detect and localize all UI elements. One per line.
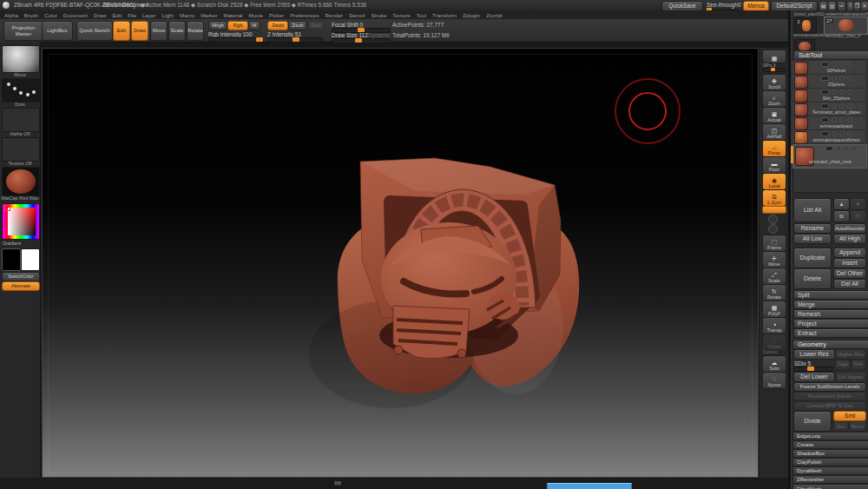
suv-toggle[interactable]: Suv xyxy=(833,421,849,432)
persp-button[interactable]: ⌓Persp xyxy=(762,140,786,157)
subtool-row[interactable]: terminatorspacwolfchest xyxy=(792,130,865,144)
sculpt-icon[interactable] xyxy=(839,89,845,95)
autoreorder-button[interactable]: AutoReorder xyxy=(833,223,866,234)
menu-material[interactable]: Material xyxy=(223,12,242,18)
subtool-up-button[interactable]: ▲ xyxy=(833,198,850,210)
sculpt-icon[interactable] xyxy=(839,131,845,136)
menu-picker[interactable]: Picker xyxy=(269,12,284,18)
aahalf-button[interactable]: ◫AAHalf xyxy=(762,123,786,141)
duplicate-button[interactable]: Duplicate xyxy=(793,248,832,268)
menu-stroke[interactable]: Stroke xyxy=(371,12,386,18)
z-intensity-slider-label[interactable]: Z Intensity 51 xyxy=(267,31,301,37)
del-higher-button[interactable]: Del Higher xyxy=(835,372,866,382)
paint-icon[interactable] xyxy=(832,117,837,122)
eye-toggle-icon[interactable] xyxy=(821,131,829,136)
paint-icon[interactable] xyxy=(832,89,837,95)
subtool-copy-button[interactable]: ⧉ xyxy=(833,210,850,222)
menu-texture[interactable]: Texture xyxy=(392,12,410,18)
sculpt-icon[interactable] xyxy=(839,76,845,81)
subtool-row[interactable]: ZSphere xyxy=(792,75,865,89)
eye-toggle-icon[interactable] xyxy=(821,76,829,81)
sym-axis-toggle[interactable] xyxy=(762,206,786,214)
scroll-button[interactable]: ✥Scroll xyxy=(762,74,786,91)
xpose-button[interactable]: ⁙Xpose xyxy=(762,372,786,389)
wrench-icon[interactable] xyxy=(852,146,857,151)
claypolish-section[interactable]: ClayPolish xyxy=(792,458,868,466)
menu-edit[interactable]: Edit xyxy=(112,12,122,18)
menu-color[interactable]: Color xyxy=(44,12,57,18)
menu-zplugin[interactable]: Zplugin xyxy=(463,12,480,18)
tray-divider-handle[interactable]: ▴▴▴▾▾▾ xyxy=(326,480,349,486)
all-high-button[interactable]: All High xyxy=(833,234,866,244)
cage-button[interactable]: Cage xyxy=(835,360,851,370)
divide-button[interactable]: Divide xyxy=(793,411,832,432)
eye-toggle-icon[interactable] xyxy=(825,146,833,151)
zadd-button[interactable]: Zadd xyxy=(267,21,288,30)
smt-toggle[interactable]: Smt xyxy=(833,411,866,421)
del-all-button[interactable]: Del All xyxy=(833,279,866,289)
subtool-row[interactable]: 00Helmet xyxy=(792,61,865,75)
scale-button[interactable]: Scale xyxy=(168,21,186,41)
draw-button[interactable]: Draw xyxy=(131,21,148,41)
rename-button[interactable]: Rename xyxy=(793,223,832,234)
zsub-button[interactable]: Zsub xyxy=(288,21,307,30)
quick-sketch-button[interactable]: Quick Sketch xyxy=(76,21,113,41)
wrench-icon[interactable] xyxy=(847,76,852,81)
geometry-header[interactable]: Geometry xyxy=(792,340,868,349)
transparency-button[interactable]: ◑Transp xyxy=(762,317,786,334)
alternate-button[interactable]: Alternate xyxy=(2,281,40,291)
rgb-intensity-slider-track[interactable] xyxy=(208,37,264,43)
merge-button[interactable]: Merge xyxy=(793,300,868,309)
eye-toggle-icon[interactable] xyxy=(821,89,829,95)
floor-button[interactable]: ▬Floor xyxy=(762,156,786,174)
tool-slot-1[interactable]: 3 xyxy=(794,17,817,34)
lower-res-button[interactable]: Lower Res xyxy=(793,349,835,360)
eye-toggle-icon[interactable] xyxy=(821,117,829,122)
sdiv-slider-label[interactable]: SDiv 5 xyxy=(794,360,811,367)
split-button[interactable]: Split xyxy=(793,290,868,300)
polyframe-button[interactable]: ▦PolyF xyxy=(762,301,786,318)
sculpt-model[interactable] xyxy=(43,49,758,477)
menu-stencil[interactable]: Stencil xyxy=(349,12,365,18)
paint-icon[interactable] xyxy=(832,103,837,109)
current-stroke-thumbnail[interactable] xyxy=(2,78,40,102)
list-all-button[interactable]: List All xyxy=(793,198,832,222)
color-picker[interactable] xyxy=(2,203,40,240)
del-other-button[interactable]: Del Other xyxy=(833,268,866,279)
retr-button[interactable]: Retr xyxy=(851,360,866,370)
all-low-button[interactable]: All Low xyxy=(793,234,832,244)
tool-slot-2-selected[interactable]: 27 xyxy=(824,17,868,35)
convert-bpr-button[interactable]: Convert BPR To Geo xyxy=(793,401,866,411)
rgb-button[interactable]: Rgb xyxy=(227,21,248,30)
subtool-row-selected[interactable]: terminator_chest_crest xyxy=(792,144,867,169)
menu-render[interactable]: Render xyxy=(326,12,343,18)
insert-button[interactable]: Insert xyxy=(833,258,866,268)
spix-slider-track[interactable] xyxy=(762,68,786,72)
draw-size-slider-track[interactable] xyxy=(332,38,391,43)
mrgb-button[interactable]: Mrgb xyxy=(208,21,227,30)
wrench-icon[interactable] xyxy=(847,103,852,109)
reconstruct-subdiv-button[interactable]: Reconstruct Subdiv xyxy=(793,392,866,401)
subtool-row[interactable]: Terminator_armor_plates xyxy=(792,102,865,116)
paint-icon[interactable] xyxy=(832,76,837,81)
lsym-button[interactable]: ⧉L.Sym xyxy=(762,189,786,207)
reuv-toggle[interactable]: ReUv xyxy=(849,421,866,432)
sculpt-icon[interactable] xyxy=(844,146,849,151)
menu-movie[interactable]: Movie xyxy=(249,12,264,18)
local-button[interactable]: ◉Local xyxy=(762,173,786,190)
move-button[interactable]: Move xyxy=(150,21,168,41)
current-material-thumbnail[interactable] xyxy=(2,167,40,196)
main-color-swatch[interactable] xyxy=(2,248,21,271)
canvas-move-button[interactable]: ✛Move xyxy=(762,251,786,268)
zoom-button[interactable]: ⌕Zoom xyxy=(762,90,786,108)
fibermesh-palette-header[interactable]: FiberMesh xyxy=(792,484,868,489)
menu-brush[interactable]: Brush xyxy=(24,12,38,18)
current-brush-thumbnail[interactable] xyxy=(2,45,40,73)
shadowbox-section[interactable]: ShadowBox xyxy=(792,449,868,458)
current-texture-thumbnail[interactable] xyxy=(2,137,40,162)
menu-document[interactable]: Document xyxy=(63,12,88,18)
menu-zscript[interactable]: Zscript xyxy=(486,12,503,18)
menu-layer[interactable]: Layer xyxy=(142,12,155,18)
dynamic-toggle[interactable]: Dynamic xyxy=(368,32,390,38)
wrench-icon[interactable] xyxy=(847,117,852,122)
